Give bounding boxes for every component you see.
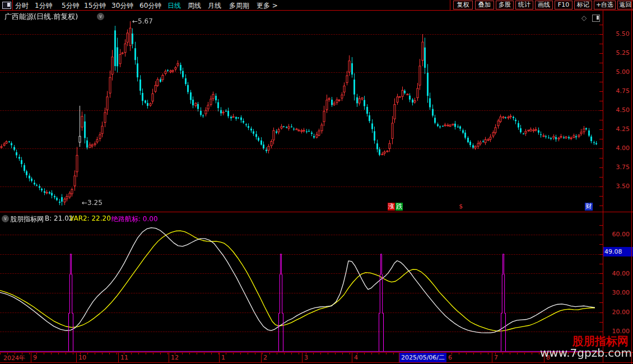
month-label: 6: [448, 354, 452, 361]
price-axis-label: 4.75: [606, 87, 630, 95]
topbar-separator-right: [450, 0, 450, 10]
month-boundary-line: [352, 353, 352, 362]
month-label: 10: [78, 354, 86, 361]
month-label: 12: [171, 354, 179, 361]
toolbar-button[interactable]: 标记: [574, 1, 592, 10]
toolbar-button[interactable]: 复权: [453, 1, 473, 10]
toolbar-button[interactable]: F10: [555, 1, 573, 10]
timeframe-menu-item[interactable]: 分时: [15, 1, 29, 11]
month-label: 2: [263, 354, 267, 361]
status-badge[interactable]: 涨: [388, 203, 395, 211]
low-annotation: ←3.25: [82, 199, 103, 207]
toolbar-button[interactable]: 返回: [617, 1, 633, 10]
toolbar-button[interactable]: 多股: [496, 1, 514, 10]
diamond-icon[interactable]: ◇: [581, 14, 587, 22]
toolbar-button[interactable]: 统计: [515, 1, 533, 10]
timeframe-menu-item[interactable]: 日线: [167, 1, 181, 11]
month-boundary-line: [492, 353, 492, 362]
month-boundary-line: [219, 353, 220, 362]
price-axis-label: 4.50: [606, 106, 630, 114]
toolbar-button[interactable]: 画线: [535, 1, 553, 10]
month-label: 3: [304, 354, 308, 361]
timeframe-menu-item[interactable]: 更多 >: [257, 1, 278, 11]
indicator-readout: B: 21.02: [45, 214, 73, 222]
chevron-down-icon[interactable]: ∨: [97, 13, 104, 20]
topbar-separator: [12, 0, 13, 10]
axis-border: [603, 11, 603, 363]
month-label: 7: [494, 354, 498, 361]
status-badge[interactable]: 跌: [395, 203, 403, 211]
time-axis-minor-ticks: [0, 353, 603, 354]
month-boundary-line: [302, 353, 302, 362]
indicator-readout: 股朋指标网: [10, 214, 44, 224]
app-window-icon[interactable]: [2, 2, 11, 9]
timeframe-menu-item[interactable]: 5分钟: [62, 1, 80, 11]
month-boundary-line: [169, 353, 169, 362]
toolbar-button[interactable]: 叠加: [475, 1, 494, 10]
month-label: 9: [33, 354, 37, 361]
date-highlight-box: 2025/05/06/二: [399, 353, 446, 362]
indicator-collapse-icon[interactable]: ∨: [2, 215, 9, 222]
year-label: 2024年: [3, 354, 25, 362]
price-axis-label: 5.50: [606, 30, 630, 38]
indicator-axis-label: 60.00: [606, 231, 630, 238]
timeframe-menu-item[interactable]: 15分钟: [84, 1, 106, 11]
month-boundary-line: [261, 353, 262, 362]
price-axis-label: 5.25: [606, 49, 630, 57]
price-axis-label: 3.75: [606, 164, 630, 171]
month-label: 11: [120, 354, 128, 361]
timeframe-menu-item[interactable]: 1分钟: [35, 1, 53, 11]
app-window: 分时1分钟5分钟15分钟30分钟60分钟日线周线月线多周期更多 > 复权叠加多股…: [0, 0, 633, 364]
status-badge[interactable]: $: [458, 203, 464, 211]
chart-title: 广西能源(日线.前复权): [4, 12, 78, 22]
time-axis-bottom-border: [0, 362, 633, 363]
status-badge[interactable]: 财: [585, 203, 593, 211]
timeframe-menu-item[interactable]: 60分钟: [139, 1, 161, 11]
panel-layout-icon[interactable]: [592, 15, 600, 22]
indicator-readout: VAR2: 22.20: [69, 214, 111, 222]
high-annotation: ←5.67: [132, 17, 153, 25]
price-axis-label: 5.00: [606, 68, 630, 76]
main-chart-canvas[interactable]: [0, 11, 603, 212]
month-label: 1: [221, 354, 225, 361]
window-right-border: [631, 0, 632, 364]
indicator-value-box: 49.08: [603, 247, 633, 256]
indicator-axis-label: 20.00: [606, 309, 630, 316]
price-axis-label: 4.00: [606, 144, 630, 152]
month-boundary-line: [76, 353, 77, 362]
indicator-axis-label: 40.00: [606, 270, 630, 277]
price-axis-label: 3.50: [606, 183, 630, 190]
month-boundary-line: [118, 353, 119, 362]
indicator-axis-label: 30.00: [606, 289, 630, 296]
timeframe-menu-item[interactable]: 周线: [188, 1, 201, 11]
price-axis-label: 4.25: [606, 125, 630, 133]
pane-divider: [0, 212, 633, 212]
timeframe-menu-item[interactable]: 30分钟: [111, 1, 133, 11]
indicator-readout: 绝路航标: 0.00: [111, 214, 158, 224]
indicator-canvas[interactable]: [0, 213, 603, 352]
toolbar-button[interactable]: +自选: [594, 1, 616, 10]
watermark-url: www.7gpzb.com: [540, 346, 632, 360]
timeframe-menu-item[interactable]: 月线: [208, 1, 221, 11]
month-boundary-line: [31, 353, 31, 362]
timeframe-menu-item[interactable]: 多周期: [229, 1, 249, 11]
month-label: 4: [354, 354, 358, 361]
